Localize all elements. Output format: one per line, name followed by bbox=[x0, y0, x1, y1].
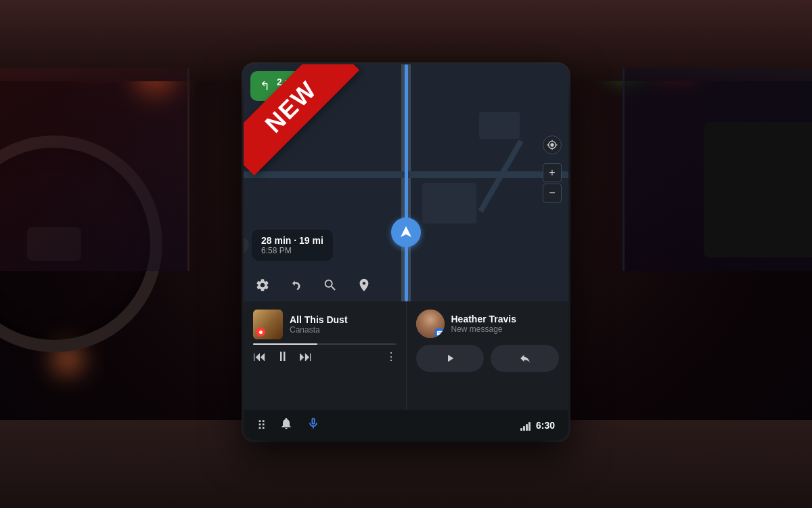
song-title: All This Dust bbox=[290, 314, 348, 325]
alt-route-icon bbox=[289, 278, 304, 293]
nav-arrow-circle bbox=[391, 217, 421, 247]
map-block-2 bbox=[479, 112, 520, 139]
turn-distance: 2 mi bbox=[277, 77, 296, 87]
signal-bar-4 bbox=[528, 422, 531, 431]
map-route-line bbox=[405, 64, 408, 301]
eta-duration: 28 min · 19 mi bbox=[261, 235, 323, 246]
message-reply-button[interactable] bbox=[491, 345, 559, 372]
next-button[interactable]: ⏭ bbox=[299, 349, 313, 364]
turn-instruction: ↰ 2 mi 101... bbox=[250, 71, 305, 101]
system-icons: ⠿ bbox=[257, 417, 320, 433]
settings-icon bbox=[255, 278, 270, 293]
message-play-button[interactable] bbox=[416, 345, 484, 372]
message-actions bbox=[416, 345, 560, 372]
map-search-button[interactable] bbox=[319, 274, 341, 296]
bottom-cards: All This Dust Canasta ⏮ ⏸ ⏭ ⋮ bbox=[244, 301, 568, 410]
location-icon bbox=[547, 140, 558, 150]
music-text: All This Dust Canasta bbox=[290, 314, 348, 335]
svg-marker-0 bbox=[401, 226, 411, 237]
navigation-arrow bbox=[391, 217, 421, 247]
reply-icon bbox=[519, 352, 531, 364]
bell-icon bbox=[279, 417, 293, 430]
eta-time: 6:58 PM bbox=[261, 246, 323, 255]
message-card: Heather Travis New message bbox=[407, 301, 569, 410]
signal-bar-1 bbox=[520, 428, 522, 431]
signal-bar-2 bbox=[523, 426, 525, 431]
play-icon bbox=[444, 352, 456, 364]
music-card: All This Dust Canasta ⏮ ⏸ ⏭ ⋮ bbox=[244, 301, 407, 410]
speaker-grille bbox=[704, 122, 812, 257]
notifications-button[interactable] bbox=[279, 417, 293, 433]
more-options-button[interactable]: ⋮ bbox=[386, 350, 397, 363]
turn-arrow-icon: ↰ bbox=[260, 79, 270, 93]
system-right: 6:30 bbox=[520, 420, 555, 431]
location-button[interactable] bbox=[543, 135, 562, 154]
music-info: All This Dust Canasta bbox=[253, 310, 397, 339]
signal-bar-3 bbox=[526, 424, 528, 431]
play-pause-button[interactable]: ⏸ bbox=[276, 349, 290, 364]
message-text: Heather Travis New message bbox=[451, 314, 517, 334]
message-app-badge bbox=[435, 329, 445, 338]
music-app-badge bbox=[256, 327, 265, 337]
album-art bbox=[253, 310, 283, 339]
music-badge-dot bbox=[259, 331, 263, 334]
message-header: Heather Travis New message bbox=[416, 310, 560, 338]
music-controls: ⏮ ⏸ ⏭ ⋮ bbox=[253, 349, 397, 364]
prev-button[interactable]: ⏮ bbox=[253, 349, 267, 364]
map-settings-button[interactable] bbox=[252, 274, 273, 296]
signal-bars bbox=[520, 420, 531, 431]
map-pin-button[interactable] bbox=[353, 274, 375, 296]
zoom-in-button[interactable]: + bbox=[543, 163, 562, 182]
app-grid-button[interactable]: ⠿ bbox=[257, 418, 266, 433]
system-bar: ⠿ 6:30 bbox=[244, 410, 568, 440]
window-left bbox=[0, 68, 189, 271]
system-time: 6:30 bbox=[536, 420, 555, 431]
alt-route-button[interactable] bbox=[286, 274, 307, 296]
sender-name: Heather Travis bbox=[451, 314, 517, 324]
message-preview: New message bbox=[451, 324, 517, 334]
message-badge-icon bbox=[436, 330, 443, 337]
zoom-controls: + − bbox=[543, 163, 562, 203]
artist-name: Canasta bbox=[290, 325, 348, 335]
microphone-button[interactable] bbox=[307, 417, 320, 433]
contact-avatar bbox=[416, 310, 445, 338]
search-icon bbox=[323, 278, 338, 293]
progress-bar[interactable] bbox=[253, 343, 397, 345]
turn-info: 2 mi 101... bbox=[277, 77, 296, 96]
map-block-1 bbox=[422, 183, 476, 224]
eta-box: × 28 min · 19 mi 6:58 PM bbox=[252, 230, 333, 261]
mic-icon bbox=[307, 417, 320, 430]
progress-fill bbox=[253, 343, 317, 345]
arrow-icon bbox=[399, 225, 413, 240]
zoom-out-button[interactable]: − bbox=[543, 184, 562, 203]
android-auto-screen: ↰ 2 mi 101... × 28 min · 19 mi 6:58 PM bbox=[244, 64, 568, 440]
turn-street: 101... bbox=[277, 87, 296, 96]
map-section: ↰ 2 mi 101... × 28 min · 19 mi 6:58 PM bbox=[244, 64, 568, 301]
map-controls bbox=[252, 274, 375, 296]
pin-icon bbox=[357, 278, 371, 293]
